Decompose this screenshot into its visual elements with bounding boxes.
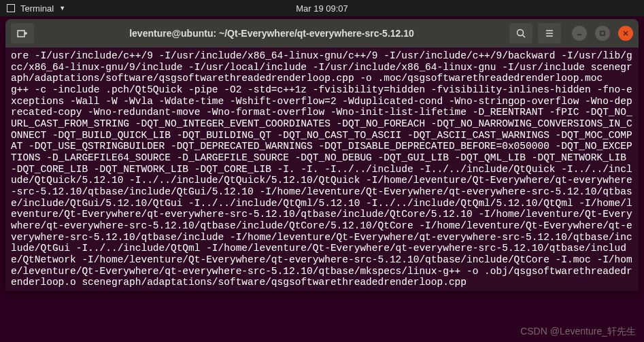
new-tab-button[interactable] xyxy=(11,23,34,44)
window-controls xyxy=(572,26,633,41)
svg-rect-0 xyxy=(18,31,24,37)
chevron-down-icon[interactable]: ▼ xyxy=(59,5,65,12)
svg-rect-7 xyxy=(600,31,605,35)
datetime-label[interactable]: Mar 19 09:07 xyxy=(296,3,348,14)
minimize-icon xyxy=(576,30,583,37)
desktop-top-bar: Terminal ▼ Mar 19 09:07 xyxy=(0,0,644,16)
minimize-button[interactable] xyxy=(572,26,587,41)
terminal-output[interactable]: ore -I/usr/include/c++/9 -I/usr/include/… xyxy=(5,48,639,291)
top-bar-left: Terminal ▼ xyxy=(7,3,65,14)
window-list-icon[interactable] xyxy=(7,4,15,12)
terminal-window: leventure@ubuntu: ~/Qt-Everywhere/qt-eve… xyxy=(5,19,639,291)
window-title: leventure@ubuntu: ~/Qt-Everywhere/qt-eve… xyxy=(39,28,504,39)
window-titlebar: leventure@ubuntu: ~/Qt-Everywhere/qt-eve… xyxy=(5,19,639,48)
search-icon xyxy=(515,28,526,39)
svg-line-2 xyxy=(523,35,526,38)
tab-plus-icon xyxy=(17,28,28,39)
watermark-label: CSDN @Leventure_轩先生 xyxy=(520,326,636,338)
close-button[interactable] xyxy=(618,26,633,41)
close-icon xyxy=(622,30,629,37)
maximize-icon xyxy=(599,30,606,37)
search-button[interactable] xyxy=(509,23,532,44)
svg-point-1 xyxy=(518,30,524,36)
hamburger-icon xyxy=(544,28,555,39)
app-name-label[interactable]: Terminal xyxy=(20,3,54,14)
maximize-button[interactable] xyxy=(595,26,610,41)
menu-button[interactable] xyxy=(538,23,561,44)
